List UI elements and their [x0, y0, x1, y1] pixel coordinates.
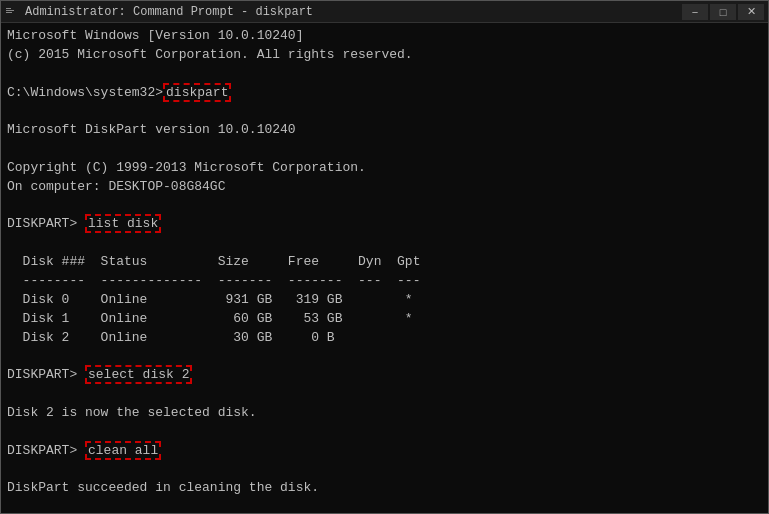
- minimize-button[interactable]: −: [682, 4, 708, 20]
- title-bar-left: Administrator: Command Prompt - diskpart: [5, 5, 313, 19]
- terminal-body[interactable]: Microsoft Windows [Version 10.0.10240] (…: [1, 23, 768, 513]
- prompt-1: C:\Windows\system32>: [7, 85, 163, 100]
- line-4: C:\Windows\system32>diskpart: [7, 84, 762, 103]
- table-sep: -------- ------------- ------- ------- -…: [7, 272, 762, 291]
- line-6: Microsoft DiskPart version 10.0.10240: [7, 121, 762, 140]
- cmd-list-disk: list disk: [85, 214, 161, 233]
- line-5: [7, 102, 762, 121]
- line-21: Disk 2 is now the selected disk.: [7, 404, 762, 423]
- cmd-select-disk: select disk 2: [85, 365, 192, 384]
- prompt-4: DISKPART>: [7, 443, 85, 458]
- title-bar: Administrator: Command Prompt - diskpart…: [1, 1, 768, 23]
- disk-2-row: Disk 2 Online 30 GB 0 B: [7, 329, 762, 348]
- line-8-copyright: Copyright (C) 1999-2013 Microsoft Corpor…: [7, 159, 762, 178]
- line-9: On computer: DESKTOP-08G84GC: [7, 178, 762, 197]
- window-title: Administrator: Command Prompt - diskpart: [25, 5, 313, 19]
- line-10: [7, 197, 762, 216]
- line-20: [7, 385, 762, 404]
- line-3: [7, 65, 762, 84]
- cmd-window: Administrator: Command Prompt - diskpart…: [0, 0, 769, 514]
- svg-rect-3: [6, 12, 12, 13]
- line-2: (c) 2015 Microsoft Corporation. All righ…: [7, 46, 762, 65]
- line-22: [7, 423, 762, 442]
- close-button[interactable]: ✕: [738, 4, 764, 20]
- line-7: [7, 140, 762, 159]
- svg-rect-1: [6, 8, 11, 9]
- cmd-icon: [5, 5, 19, 19]
- cmd-diskpart: diskpart: [163, 83, 231, 102]
- line-18: [7, 347, 762, 366]
- line-1: Microsoft Windows [Version 10.0.10240]: [7, 27, 762, 46]
- maximize-button[interactable]: □: [710, 4, 736, 20]
- svg-rect-2: [6, 10, 14, 11]
- disk-1-row: Disk 1 Online 60 GB 53 GB *: [7, 310, 762, 329]
- prompt-3: DISKPART>: [7, 367, 85, 382]
- cmd-clean-all: clean all: [85, 441, 161, 460]
- line-24: [7, 460, 762, 479]
- line-19: DISKPART> select disk 2: [7, 366, 762, 385]
- prompt-2: DISKPART>: [7, 216, 85, 231]
- line-11: DISKPART> list disk: [7, 215, 762, 234]
- line-12: [7, 234, 762, 253]
- line-26: [7, 498, 762, 513]
- disk-0-row: Disk 0 Online 931 GB 319 GB *: [7, 291, 762, 310]
- table-header: Disk ### Status Size Free Dyn Gpt: [7, 253, 762, 272]
- window-controls: − □ ✕: [682, 4, 764, 20]
- line-25: DiskPart succeeded in cleaning the disk.: [7, 479, 762, 498]
- line-23: DISKPART> clean all: [7, 442, 762, 461]
